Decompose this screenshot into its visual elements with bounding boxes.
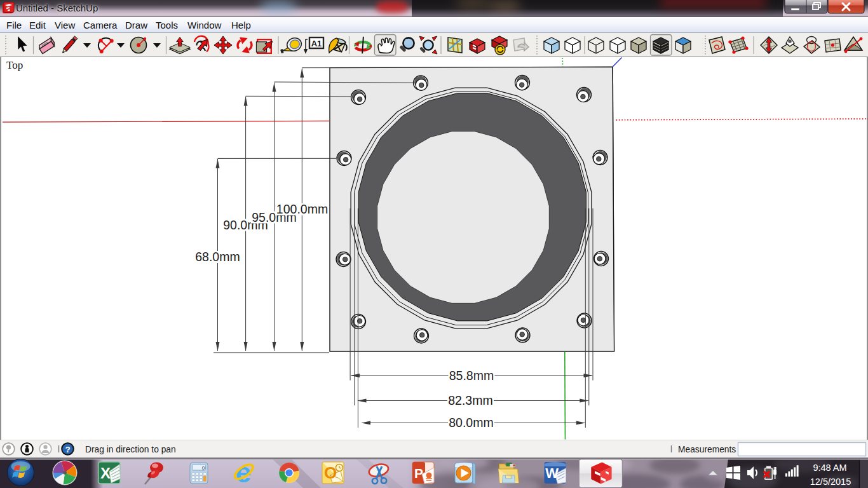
svg-text:12/5/2015: 12/5/2015 bbox=[810, 477, 851, 487]
svg-text:X: X bbox=[100, 464, 111, 482]
svg-text:0: 0 bbox=[202, 465, 205, 471]
svg-text:85.8mm: 85.8mm bbox=[449, 369, 494, 383]
svg-text:A1: A1 bbox=[311, 39, 322, 48]
svg-text:P: P bbox=[414, 466, 423, 480]
svg-text:9:48 AM: 9:48 AM bbox=[813, 463, 846, 473]
svg-text:W: W bbox=[545, 465, 559, 481]
svg-text:80.0mm: 80.0mm bbox=[449, 416, 493, 430]
svg-text:82.3mm: 82.3mm bbox=[448, 393, 492, 407]
svg-text:100.0mm: 100.0mm bbox=[276, 202, 328, 216]
svg-text:O: O bbox=[324, 463, 337, 482]
svg-text:Drag in direction to pan: Drag in direction to pan bbox=[85, 445, 176, 454]
svg-text:Measurements: Measurements bbox=[678, 445, 736, 454]
svg-text:68.0mm: 68.0mm bbox=[195, 250, 240, 264]
svg-text:?: ? bbox=[65, 445, 70, 454]
